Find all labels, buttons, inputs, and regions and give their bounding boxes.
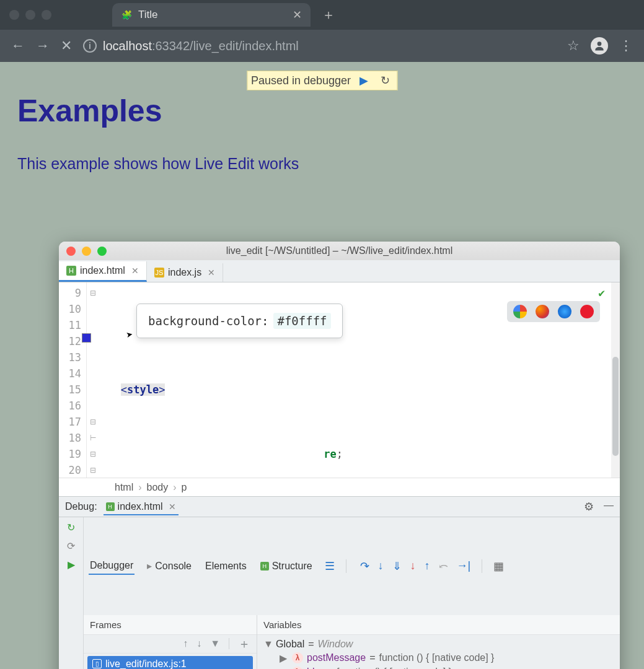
opera-icon[interactable] — [580, 305, 594, 318]
ide-window-controls — [66, 247, 107, 256]
ide-titlebar[interactable]: live_edit [~/WS/untitled] – ~/WS/live_ed… — [59, 242, 620, 260]
fold-column[interactable]: ⊟⊟⊢⊟⊟⊢⊟⊢ — [87, 282, 99, 478]
scroll-thumb[interactable] — [612, 357, 619, 456]
frames-panel: Frames ↑ ↓ ▼ ＋ ▯ live_edit/index.js:1 — [84, 615, 257, 670]
frame-icon: ▯ — [92, 659, 102, 668]
step-into-icon[interactable]: ↓ — [378, 559, 384, 573]
bookmark-star-icon[interactable]: ☆ — [567, 38, 580, 54]
tooltip-label: background-color: — [148, 313, 268, 329]
vertical-scrollbar[interactable] — [611, 282, 620, 478]
breadcrumb-item[interactable]: p — [182, 482, 187, 493]
minimize-dot[interactable] — [25, 10, 35, 20]
profile-avatar-icon[interactable] — [591, 37, 608, 55]
chrome-icon[interactable] — [513, 305, 527, 318]
svg-point-0 — [598, 42, 602, 46]
debug-label: Debug: — [65, 501, 97, 512]
ide-window: live_edit [~/WS/untitled] – ~/WS/live_ed… — [59, 242, 620, 669]
line-number-gutter: 910111213141516171819202122232425 — [59, 282, 87, 478]
tree-expand-icon[interactable]: ▼ — [263, 639, 272, 650]
chevron-right-icon: › — [138, 482, 141, 493]
variables-tree[interactable]: ▼ Global = Window ▶ λ postMessage = fu — [257, 635, 620, 670]
rerun-icon[interactable]: ↻ — [64, 520, 79, 535]
variables-header: Variables — [257, 615, 620, 635]
settings-gear-icon[interactable]: ⚙ — [584, 500, 594, 514]
safari-icon[interactable] — [558, 305, 571, 318]
debug-run-config-tab[interactable]: H index.html ✕ — [104, 499, 179, 515]
tab-label: index.html — [80, 265, 125, 276]
code-editor[interactable]: 910111213141516171819202122232425 ⊟⊟⊢⊟⊟⊢… — [59, 282, 620, 478]
debug-tool-window-header: Debug: H index.html ✕ ⚙ — — [59, 496, 620, 517]
lambda-icon: λ — [292, 652, 303, 663]
page-content: Paused in debugger ▶ ↻ Examples This exa… — [0, 62, 644, 669]
tab-debugger[interactable]: Debugger — [89, 558, 135, 575]
browser-tab[interactable]: 🧩 Title ✕ — [112, 3, 311, 27]
editor-tab-index-js[interactable]: JS index.js ✕ — [147, 263, 223, 282]
force-step-into-icon[interactable]: ⇓ — [392, 559, 402, 573]
step-over-icon[interactable]: ↻ — [377, 74, 393, 87]
prev-frame-icon[interactable]: ↑ — [183, 638, 188, 649]
tree-collapse-icon[interactable]: ▶ — [280, 652, 288, 664]
filter-icon[interactable]: ▼ — [210, 638, 220, 649]
step-over-icon[interactable]: ↷ — [360, 559, 369, 573]
step-out-icon[interactable]: ↑ — [425, 559, 430, 573]
evaluate-expression-icon[interactable]: ▦ — [493, 559, 504, 573]
breadcrumb[interactable]: html › body › p — [59, 478, 620, 496]
sync-icon[interactable]: ⟳ — [64, 538, 79, 553]
debugger-paused-label: Paused in debugger — [251, 74, 351, 87]
window-controls-macos — [9, 10, 51, 20]
menu-icon[interactable]: ⋮ — [619, 38, 633, 54]
open-in-browser-toolbar — [507, 301, 600, 322]
structure-icon: H — [260, 562, 269, 571]
editor-tab-index-html[interactable]: H index.html ✕ — [59, 261, 147, 282]
minimize-icon[interactable] — [82, 247, 91, 256]
tab-console[interactable]: ▸Console — [146, 558, 193, 574]
tab-elements[interactable]: Elements — [204, 558, 248, 574]
next-frame-icon[interactable]: ↓ — [196, 638, 201, 649]
browser-chrome: 🧩 Title ✕ ＋ ← → ✕ i localhost:63342/live… — [0, 0, 644, 62]
forward-button[interactable]: → — [36, 38, 50, 54]
editor-tabs: H index.html ✕ JS index.js ✕ — [59, 260, 620, 282]
code-area[interactable]: ➤ background-color: #f0ffff ✔ <style> re… — [99, 282, 611, 478]
threads-icon[interactable]: ☰ — [325, 559, 335, 573]
variables-panel: Variables ▼ Global = Window ▶ λ — [257, 615, 620, 670]
stop-button[interactable]: ✕ — [61, 38, 72, 54]
close-icon[interactable]: ✕ — [169, 502, 176, 512]
close-icon[interactable] — [66, 247, 76, 256]
breadcrumb-item[interactable]: body — [147, 482, 169, 493]
tree-collapse-icon[interactable]: ▶ — [280, 667, 288, 670]
back-button[interactable]: ← — [11, 38, 25, 54]
maximize-dot[interactable] — [42, 10, 51, 20]
page-subtitle: This example shows how Live Edit works — [0, 129, 644, 173]
close-tab-icon[interactable]: ✕ — [208, 268, 215, 278]
resume-icon[interactable]: ▶ — [356, 74, 372, 87]
zoom-icon[interactable] — [97, 247, 107, 256]
url-path: /live_edit/index.html — [190, 39, 299, 53]
favicon-icon: 🧩 — [121, 9, 132, 20]
add-icon[interactable]: ＋ — [238, 636, 250, 652]
frames-toolbar: ↑ ↓ ▼ ＋ — [84, 635, 257, 654]
run-to-cursor-icon[interactable]: →| — [457, 559, 471, 573]
site-info-icon[interactable]: i — [83, 39, 97, 53]
tab-label: index.js — [168, 267, 201, 278]
close-dot[interactable] — [9, 10, 19, 20]
resume-icon[interactable]: ▶ — [64, 557, 79, 572]
frame-item[interactable]: ▯ live_edit/index.js:1 — [87, 656, 253, 670]
hide-icon[interactable]: — — [604, 500, 614, 514]
drop-frame-icon[interactable]: ⤺ — [439, 559, 448, 573]
url-port: :63342 — [152, 39, 190, 53]
tab-structure[interactable]: HStructure — [259, 558, 314, 574]
html-file-icon: H — [106, 502, 115, 511]
firefox-icon[interactable] — [536, 305, 549, 318]
url-host: localhost — [103, 39, 152, 53]
new-tab-button[interactable]: ＋ — [322, 6, 335, 24]
inspection-ok-icon[interactable]: ✔ — [598, 285, 605, 301]
tooltip-value: #f0ffff — [273, 313, 330, 329]
mouse-cursor-icon: ➤ — [125, 326, 135, 343]
breadcrumb-item[interactable]: html — [115, 482, 133, 493]
address-bar[interactable]: i localhost:63342/live_edit/index.html — [83, 39, 556, 53]
close-tab-icon[interactable]: ✕ — [131, 266, 139, 276]
close-tab-icon[interactable]: ✕ — [293, 8, 302, 22]
color-swatch-icon[interactable] — [82, 333, 91, 343]
ide-title-text: live_edit [~/WS/untitled] – ~/WS/live_ed… — [226, 245, 453, 256]
smart-step-into-icon[interactable]: ↓ — [410, 559, 416, 573]
